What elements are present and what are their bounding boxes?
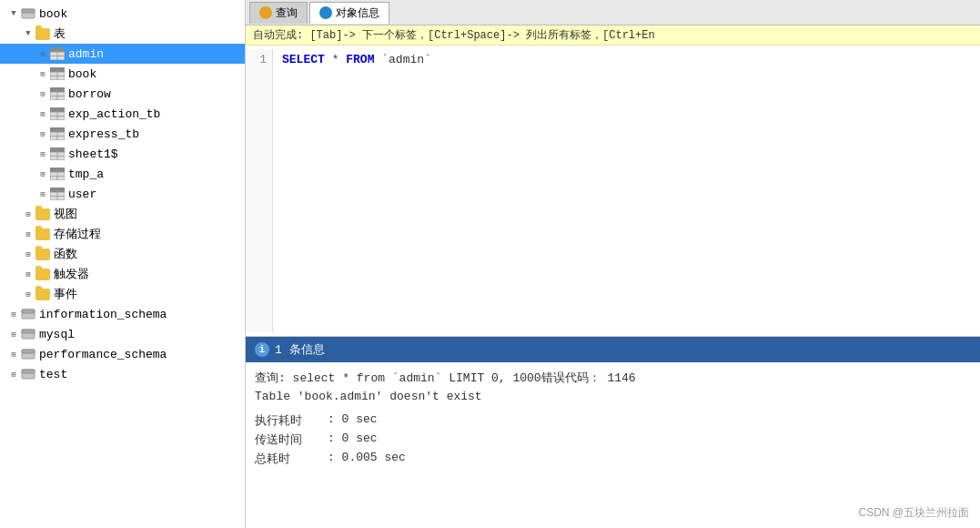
info-icon: i (255, 342, 269, 357)
table-icon-express-tb (49, 127, 66, 141)
toggle-tables[interactable]: ▼ (22, 27, 35, 40)
views-label: 视图 (54, 206, 77, 222)
stats-transfer-value: : 0 sec (328, 432, 378, 448)
category-events[interactable]: ⊞ 事件 (0, 284, 245, 304)
table-book[interactable]: ⊞ book (0, 64, 245, 84)
query-area: 自动完成: [Tab]-> 下一个标签，[Ctrl+Space]-> 列出所有标… (246, 25, 980, 337)
right-panel: 查询 对象信息 自动完成: [Tab]-> 下一个标签，[Ctrl+Space]… (246, 0, 980, 528)
category-functions[interactable]: ⊞ 函数 (0, 244, 245, 264)
svg-rect-49 (22, 370, 35, 373)
category-views[interactable]: ⊞ 视图 (0, 204, 245, 224)
db-test[interactable]: ⊞ test (0, 364, 245, 384)
stats-total-label: 总耗时 (255, 451, 328, 467)
table-tmp-a-label: tmp_a (68, 168, 104, 181)
db-icon-perf-schema (20, 347, 36, 361)
tab-object-info-label: 对象信息 (336, 5, 379, 21)
procedures-label: 存储过程 (54, 226, 101, 242)
tab-query[interactable]: 查询 (249, 2, 308, 24)
db-information-schema[interactable]: ⊞ information_schema (0, 304, 245, 324)
stats-total-time: 总耗时 : 0.005 sec (255, 451, 971, 467)
query-editor[interactable]: 1 SELECT * FROM `admin` (246, 46, 980, 336)
toggle-views[interactable]: ⊞ (22, 208, 35, 220)
toggle-functions[interactable]: ⊞ (22, 248, 35, 260)
toggle-book-table[interactable]: ⊞ (36, 67, 49, 80)
category-triggers[interactable]: ⊞ 触发器 (0, 264, 245, 284)
table-icon-sheet1 (49, 147, 66, 161)
stats-transfer-time: 传送时间 : 0 sec (255, 432, 971, 448)
db-mysql[interactable]: ⊞ mysql (0, 324, 245, 344)
table-icon-user (49, 187, 66, 201)
object-info-tab-icon (319, 6, 332, 19)
table-icon-book (49, 66, 66, 81)
stats-transfer-label: 传送时间 (255, 432, 328, 448)
sql-select: SELECT (282, 53, 325, 66)
tab-bar: 查询 对象信息 (246, 0, 980, 25)
svg-rect-47 (22, 350, 35, 353)
table-icon-exp-action (49, 107, 66, 121)
sql-line-1: SELECT * FROM `admin` (282, 53, 971, 66)
folder-icon-triggers (35, 267, 51, 281)
toggle-triggers[interactable]: ⊞ (22, 268, 35, 280)
category-tables[interactable]: ▼ 表 (0, 24, 245, 44)
db-performance-schema[interactable]: ⊞ performance_schema (0, 344, 245, 364)
table-icon-admin (49, 46, 66, 61)
results-body: 查询: select * from `admin` LIMIT 0, 1000错… (246, 362, 980, 528)
table-sheet1-label: sheet1$ (68, 147, 118, 161)
table-user-label: user (68, 188, 96, 201)
results-panel: i 1 条信息 查询: select * from `admin` LIMIT … (246, 337, 980, 528)
toggle-express-tb[interactable]: ⊞ (36, 127, 49, 140)
folder-icon-procedures (35, 227, 51, 241)
tree-root: ▼ book ▼ 表 ⊞ (0, 0, 245, 388)
table-user[interactable]: ⊞ user (0, 184, 245, 204)
table-admin[interactable]: ⊞ admin (0, 44, 245, 64)
toggle-perf-schema[interactable]: ⊞ (7, 348, 20, 360)
folder-icon-tables (35, 26, 51, 41)
table-sheet1[interactable]: ⊞ sheet1$ (0, 144, 245, 164)
folder-icon-events (35, 287, 51, 301)
stats-execution-time: 执行耗时 : 0 sec (255, 412, 971, 429)
table-exp-action-label: exp_action_tb (68, 107, 160, 121)
table-express-tb[interactable]: ⊞ express_tb (0, 124, 245, 144)
svg-rect-1 (22, 9, 35, 13)
stats-exec-value: : 0 sec (328, 412, 378, 429)
toggle-procedures[interactable]: ⊞ (22, 228, 35, 240)
table-icon-borrow (49, 86, 66, 101)
toggle-borrow[interactable]: ⊞ (36, 87, 49, 100)
autocomplete-hint: 自动完成: [Tab]-> 下一个标签，[Ctrl+Space]-> 列出所有标… (246, 25, 980, 46)
folder-icon-functions (35, 247, 51, 261)
tables-label: 表 (54, 25, 66, 42)
query-tab-icon (259, 6, 272, 19)
tab-query-label: 查询 (276, 5, 298, 21)
results-header: i 1 条信息 (246, 337, 980, 362)
code-content[interactable]: SELECT * FROM `admin` (273, 49, 980, 332)
toggle-info-schema[interactable]: ⊞ (7, 308, 20, 320)
toggle-mysql[interactable]: ⊞ (7, 328, 20, 340)
stats-total-value: : 0.005 sec (328, 451, 406, 467)
toggle-book[interactable]: ▼ (7, 7, 20, 20)
db-book[interactable]: ▼ book (0, 4, 245, 24)
table-tmp-a[interactable]: ⊞ tmp_a (0, 164, 245, 184)
tab-object-info[interactable]: 对象信息 (309, 2, 389, 24)
sql-from: FROM (346, 53, 374, 66)
toggle-user[interactable]: ⊞ (36, 188, 49, 200)
toggle-tmp-a[interactable]: ⊞ (36, 168, 49, 180)
line-numbers: 1 (246, 49, 273, 332)
db-mysql-label: mysql (39, 328, 75, 341)
events-label: 事件 (54, 286, 77, 302)
table-icon-tmp-a (49, 167, 66, 181)
results-header-label: 1 条信息 (275, 341, 325, 358)
table-borrow[interactable]: ⊞ borrow (0, 84, 245, 104)
toggle-sheet1[interactable]: ⊞ (36, 147, 49, 160)
line-number-1: 1 (251, 53, 267, 66)
table-exp-action-tb[interactable]: ⊞ exp_action_tb (0, 104, 245, 124)
table-express-tb-label: express_tb (68, 127, 139, 141)
db-icon-mysql (20, 327, 36, 341)
toggle-admin[interactable]: ⊞ (36, 47, 49, 60)
toggle-exp-action[interactable]: ⊞ (36, 107, 49, 120)
toggle-events[interactable]: ⊞ (22, 288, 35, 300)
table-admin-label: admin (68, 47, 104, 61)
category-procedures[interactable]: ⊞ 存储过程 (0, 224, 245, 244)
svg-rect-45 (22, 330, 35, 333)
toggle-test[interactable]: ⊞ (7, 368, 20, 381)
db-book-label: book (39, 7, 67, 21)
